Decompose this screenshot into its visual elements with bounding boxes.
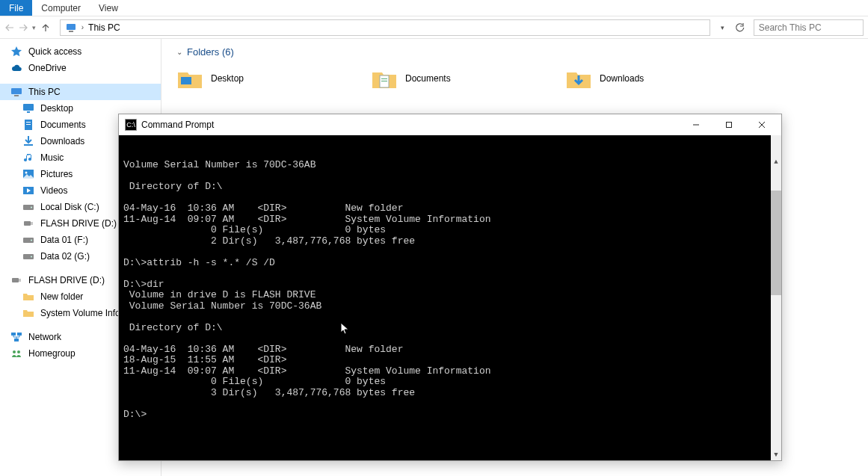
picture-icon xyxy=(22,168,34,180)
svg-rect-30 xyxy=(381,78,387,79)
svg-rect-0 xyxy=(67,24,76,30)
doc-big-icon xyxy=(371,65,398,92)
svg-rect-28 xyxy=(181,77,191,84)
folder-label: Documents xyxy=(405,73,451,84)
terminal-scrollbar[interactable]: ▲ ▼ xyxy=(771,135,781,460)
cloud-icon xyxy=(10,62,22,74)
folder-item[interactable]: Downloads xyxy=(565,65,715,92)
sidebar-item-label: Data 02 (G:) xyxy=(40,251,90,262)
svg-point-20 xyxy=(31,256,32,258)
minimize-button[interactable] xyxy=(680,114,712,135)
folder-item[interactable]: Desktop xyxy=(176,65,326,92)
svg-rect-24 xyxy=(17,333,22,336)
download-big-icon xyxy=(565,65,592,92)
svg-rect-7 xyxy=(26,122,31,123)
svg-point-27 xyxy=(17,350,20,353)
nav-back-button[interactable] xyxy=(4,20,15,35)
menu-computer[interactable]: Computer xyxy=(32,0,90,16)
svg-rect-8 xyxy=(26,124,31,125)
svg-rect-3 xyxy=(14,95,19,96)
sidebar-item-label: Videos xyxy=(40,185,67,196)
scroll-up-button[interactable]: ▲ xyxy=(771,157,781,167)
svg-rect-16 xyxy=(31,222,33,225)
terminal-output[interactable]: Volume Serial Number is 70DC-36AB Direct… xyxy=(119,135,781,460)
pc-icon xyxy=(10,86,22,98)
usb-icon xyxy=(10,274,22,286)
video-icon xyxy=(22,185,34,197)
svg-point-11 xyxy=(25,172,28,174)
folders-group-header[interactable]: ⌄ Folders (6) xyxy=(176,46,853,58)
maximize-button[interactable] xyxy=(712,114,745,135)
address-dropdown-button[interactable]: ▾ xyxy=(716,21,730,34)
usb-icon xyxy=(22,217,34,229)
svg-rect-5 xyxy=(27,111,30,113)
desktop-icon xyxy=(22,102,34,114)
scroll-thumb[interactable] xyxy=(771,191,781,295)
folder-label: Downloads xyxy=(600,73,644,84)
sidebar-item-quick-access[interactable]: Quick access xyxy=(0,43,161,60)
refresh-button[interactable] xyxy=(733,21,746,34)
sidebar-item-label: Data 01 (F:) xyxy=(40,235,88,245)
sidebar-item-label: FLASH DRIVE (D:) xyxy=(28,275,105,285)
sidebar-item-label: Network xyxy=(28,332,61,342)
folder-item[interactable]: Documents xyxy=(371,65,520,92)
svg-rect-4 xyxy=(23,104,34,111)
svg-point-18 xyxy=(31,240,32,241)
svg-point-26 xyxy=(13,350,16,353)
window-title: Command Prompt xyxy=(141,120,214,130)
download-icon xyxy=(22,135,34,147)
sidebar-item-label: Local Disk (C:) xyxy=(40,202,99,212)
doc-icon xyxy=(22,119,34,131)
sidebar-item-label: OneDrive xyxy=(28,63,67,73)
search-placeholder: Search This PC xyxy=(759,22,822,33)
sidebar-item-label: FLASH DRIVE (D:) xyxy=(40,218,117,229)
network-icon xyxy=(10,331,22,343)
nav-forward-button[interactable] xyxy=(18,20,28,35)
sidebar-item-label: Music xyxy=(40,152,64,163)
folder-icon xyxy=(22,307,34,319)
svg-rect-33 xyxy=(727,123,732,128)
chevron-right-icon: › xyxy=(81,23,84,31)
nav-history-dropdown[interactable]: ▾ xyxy=(31,20,37,35)
svg-rect-21 xyxy=(12,278,19,282)
sidebar-item-onedrive[interactable]: OneDrive xyxy=(0,60,161,76)
sidebar-item-this-pc[interactable]: This PC xyxy=(0,84,161,100)
command-prompt-window[interactable]: C:\ Command Prompt Volume Serial Number … xyxy=(118,114,782,461)
sidebar-item-label: Desktop xyxy=(40,103,73,114)
svg-rect-1 xyxy=(69,31,73,32)
window-titlebar[interactable]: C:\ Command Prompt xyxy=(119,114,781,135)
svg-rect-31 xyxy=(381,81,387,81)
hdd-icon xyxy=(22,201,34,213)
menu-file[interactable]: File xyxy=(0,0,32,16)
sidebar-item-label: Documents xyxy=(40,120,86,130)
svg-point-14 xyxy=(31,207,32,208)
menu-view[interactable]: View xyxy=(90,0,127,16)
hdd-icon xyxy=(22,234,34,246)
folder-icon xyxy=(22,291,34,303)
close-button[interactable] xyxy=(745,114,778,135)
address-text: This PC xyxy=(88,22,120,33)
homegroup-icon xyxy=(10,347,22,359)
sidebar-item-label: Quick access xyxy=(28,46,81,57)
sidebar-item-label: Homegroup xyxy=(28,348,76,359)
svg-rect-15 xyxy=(24,221,31,226)
desktop-big-icon xyxy=(176,65,203,92)
scroll-down-button[interactable]: ▼ xyxy=(771,450,781,460)
cmd-icon: C:\ xyxy=(125,119,137,131)
nav-up-button[interactable] xyxy=(40,20,51,35)
address-box[interactable]: › This PC xyxy=(60,19,710,36)
sidebar-item-label: Pictures xyxy=(40,169,73,179)
star-icon xyxy=(10,46,22,58)
svg-rect-22 xyxy=(19,279,21,282)
svg-rect-2 xyxy=(11,88,22,94)
sidebar-item-label: Downloads xyxy=(40,136,84,146)
svg-rect-25 xyxy=(14,339,19,341)
folder-label: Desktop xyxy=(211,73,244,84)
svg-rect-9 xyxy=(24,144,33,146)
hdd-icon xyxy=(22,250,34,262)
chevron-down-icon: ⌄ xyxy=(176,48,182,56)
sidebar-item-label: New folder xyxy=(40,291,83,302)
search-input[interactable]: Search This PC xyxy=(754,19,864,36)
sidebar-item-label: This PC xyxy=(28,87,61,97)
music-icon xyxy=(22,152,34,164)
